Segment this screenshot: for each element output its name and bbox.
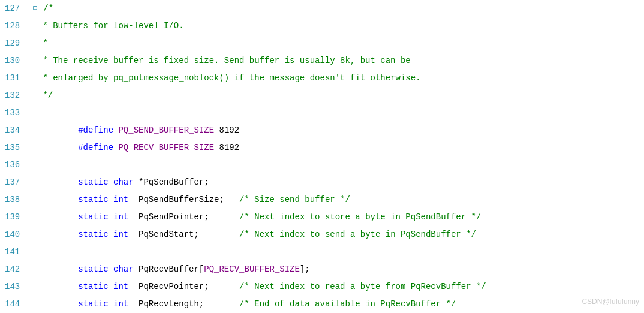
line-number: 127 <box>0 0 33 17</box>
code-token: char <box>113 177 134 187</box>
code-token: /* Next index to store a byte in PqSendB… <box>239 212 481 222</box>
line-content: static char *PqSendBuffer; <box>33 174 209 191</box>
code-token: static <box>38 299 113 309</box>
line-number: 143 <box>0 278 33 296</box>
code-token: PqRecvLength; <box>128 299 239 309</box>
code-token: PqSendBufferSize; <box>128 195 239 204</box>
line-number: 128 <box>0 17 33 35</box>
code-token: * <box>38 38 48 48</box>
line-content: * The receive buffer is fixed size. Send… <box>33 52 411 70</box>
table-row: 127⊟/* <box>0 0 644 17</box>
code-token: static <box>38 230 113 239</box>
table-row: 136 <box>0 156 644 174</box>
line-content: */ <box>33 87 53 104</box>
code-token: PqRecvBuffer[ <box>134 264 204 274</box>
table-row: 134 #define PQ_SEND_BUFFER_SIZE 8192 <box>0 122 644 139</box>
line-content: static char PqRecvBuffer[PQ_RECV_BUFFER_… <box>33 261 310 278</box>
line-number: 139 <box>0 209 33 226</box>
line-number: 133 <box>0 104 33 122</box>
code-token: PqRecvPointer; <box>128 282 239 291</box>
line-number: 129 <box>0 35 33 52</box>
table-row: 135 #define PQ_RECV_BUFFER_SIZE 8192 <box>0 139 644 156</box>
code-token: int <box>113 212 128 222</box>
code-editor: 127⊟/*128 * Buffers for low-level I/O.12… <box>0 0 644 313</box>
line-number: 141 <box>0 243 33 261</box>
code-token: static <box>38 212 113 222</box>
code-token: * enlarged by pq_putmessage_noblock() if… <box>38 73 421 83</box>
table-row: 139 static int PqSendPointer; /* Next in… <box>0 209 644 226</box>
line-number: 134 <box>0 122 33 139</box>
line-number: 131 <box>0 70 33 87</box>
code-token: * The receive buffer is fixed size. Send… <box>38 56 411 65</box>
code-token: PqSendStart; <box>128 230 239 239</box>
table-row: 137 static char *PqSendBuffer; <box>0 174 644 191</box>
code-token: #define <box>38 125 118 135</box>
collapse-icon[interactable]: ⊟ <box>33 0 37 17</box>
line-content: static int PqSendBufferSize; /* Size sen… <box>33 191 350 209</box>
code-token: /* Size send buffer */ <box>239 195 350 204</box>
table-row: 130 * The receive buffer is fixed size. … <box>0 52 644 70</box>
line-content: static int PqRecvPointer; /* Next index … <box>33 278 486 296</box>
code-token: /* <box>43 4 53 13</box>
code-token: static <box>38 264 113 274</box>
line-content: /* <box>38 0 53 17</box>
line-content: static int PqSendPointer; /* Next index … <box>33 209 481 226</box>
table-row: 142 static char PqRecvBuffer[PQ_RECV_BUF… <box>0 261 644 278</box>
line-content: * Buffers for low-level I/O. <box>33 17 184 35</box>
table-row: 144 static int PqRecvLength; /* End of d… <box>0 296 644 313</box>
code-token: int <box>113 230 128 239</box>
line-number: 132 <box>0 87 33 104</box>
code-token: char <box>113 264 134 274</box>
code-token: int <box>113 282 128 291</box>
line-number: 135 <box>0 139 33 156</box>
line-number: 130 <box>0 52 33 70</box>
table-row: 138 static int PqSendBufferSize; /* Size… <box>0 191 644 209</box>
line-number: 136 <box>0 156 33 174</box>
table-row: 128 * Buffers for low-level I/O. <box>0 17 644 35</box>
line-number: 144 <box>0 296 33 313</box>
code-token: ]; <box>300 264 310 274</box>
code-token: */ <box>38 91 53 100</box>
table-row: 141 <box>0 243 644 261</box>
code-token: int <box>113 299 128 309</box>
code-token: *PqSendBuffer; <box>134 177 209 187</box>
table-row: 129 * <box>0 35 644 52</box>
table-row: 133 <box>0 104 644 122</box>
line-content: static int PqSendStart; /* Next index to… <box>33 226 476 243</box>
line-number: 140 <box>0 226 33 243</box>
table-row: 131 * enlarged by pq_putmessage_noblock(… <box>0 70 644 87</box>
code-token: static <box>38 282 113 291</box>
code-token: 8192 <box>214 143 239 152</box>
code-lines: 127⊟/*128 * Buffers for low-level I/O.12… <box>0 0 644 313</box>
table-row: 132 */ <box>0 87 644 104</box>
code-token: static <box>38 177 113 187</box>
line-content: #define PQ_RECV_BUFFER_SIZE 8192 <box>33 139 239 156</box>
code-token: static <box>38 195 113 204</box>
line-content: * <box>33 35 48 52</box>
code-token: /* Next index to read a byte from PqRecv… <box>239 282 486 291</box>
code-token: 8192 <box>214 125 239 135</box>
watermark: CSDN@fufufunny <box>582 293 639 311</box>
code-token: * Buffers for low-level I/O. <box>38 21 184 31</box>
line-number: 137 <box>0 174 33 191</box>
line-number: 142 <box>0 261 33 278</box>
code-token: #define <box>38 143 118 152</box>
line-content: static int PqRecvLength; /* End of data … <box>33 296 456 313</box>
code-token: PQ_RECV_BUFFER_SIZE <box>204 264 300 274</box>
table-row: 140 static int PqSendStart; /* Next inde… <box>0 226 644 243</box>
code-token: int <box>113 195 128 204</box>
code-token: PqSendPointer; <box>128 212 239 222</box>
table-row: 143 static int PqRecvPointer; /* Next in… <box>0 278 644 296</box>
line-content: #define PQ_SEND_BUFFER_SIZE 8192 <box>33 122 239 139</box>
code-token: PQ_SEND_BUFFER_SIZE <box>118 125 214 135</box>
code-token: PQ_RECV_BUFFER_SIZE <box>118 143 214 152</box>
line-content: * enlarged by pq_putmessage_noblock() if… <box>33 70 421 87</box>
code-token: /* Next index to send a byte in PqSendBu… <box>239 230 476 239</box>
line-number: 138 <box>0 191 33 209</box>
code-token: /* End of data available in PqRecvBuffer… <box>239 299 456 309</box>
